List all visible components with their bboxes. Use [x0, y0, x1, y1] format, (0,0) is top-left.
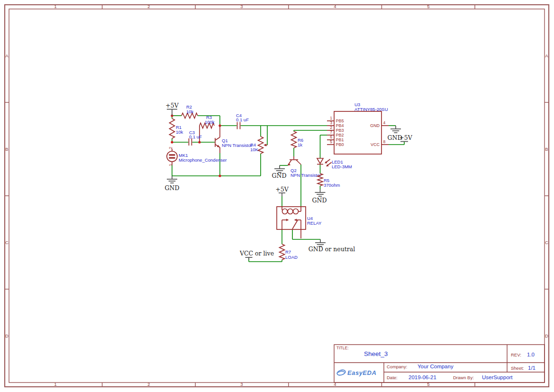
schematic-canvas[interactable]: 1 2 3 4 5 1 2 3 4 5 A B C D A B C D	[0, 0, 554, 392]
frame-col-label: 4	[334, 4, 336, 9]
port-label[interactable]: +5V	[275, 186, 289, 193]
frame-row-label: A	[5, 53, 9, 58]
relay-u4[interactable]: U4 RELAY	[277, 207, 322, 238]
port-vcc-or-live[interactable]: VCC or live	[239, 250, 274, 260]
frame-col-label: 1	[54, 382, 56, 387]
port-5v-u3[interactable]: +5V	[399, 134, 412, 142]
component-value[interactable]: 1k	[298, 142, 302, 147]
port-5v-top-left[interactable]: +5V	[165, 102, 179, 116]
mic-pin-number: 1	[168, 164, 173, 166]
frame-row-label: B	[545, 146, 548, 152]
component-value[interactable]: Microphone_Condenser	[179, 157, 227, 163]
pin-name: PB1	[336, 137, 344, 142]
microphone-mk1[interactable]: 2 1 MK1 Microphone_Condenser	[167, 146, 227, 166]
capacitor-c4[interactable]: C4 0.1 uF	[236, 113, 249, 129]
component-value[interactable]: 0.1 uF	[189, 134, 202, 139]
pin-name: GND	[370, 123, 380, 128]
component-value[interactable]: LOAD	[285, 255, 298, 260]
component-value[interactable]: 10k	[186, 109, 194, 114]
frame-col-label: 3	[240, 382, 243, 387]
component-ref[interactable]: R7	[285, 249, 291, 255]
component-value[interactable]: 100k	[205, 119, 215, 125]
rev-label: REV:	[511, 352, 521, 357]
frame-row-label: B	[5, 146, 8, 152]
resistor-r2[interactable]: R2 10k	[182, 104, 198, 119]
mic-pin-number: 2	[168, 146, 173, 149]
rev-value[interactable]: 1.0	[527, 352, 535, 357]
frame-row-label: A	[545, 53, 548, 58]
component-value[interactable]: RELAY	[307, 220, 322, 226]
frame-col-label: 3	[240, 4, 243, 9]
pin-name: PB3	[336, 128, 344, 133]
sheet-frame: 1 2 3 4 5 1 2 3 4 5 A B C D A B C D	[5, 4, 549, 387]
component-value[interactable]: 10k	[176, 129, 183, 135]
frame-col-label: 1	[54, 4, 56, 9]
pin-name: VCC	[371, 142, 380, 147]
company-value[interactable]: Your Company	[418, 364, 454, 369]
frame-row-label: C	[545, 240, 548, 245]
component-value[interactable]: ATTINY85-20SU	[354, 107, 388, 112]
pin-number: 1	[330, 116, 332, 120]
port-gnd-mic[interactable]: GND	[165, 176, 180, 191]
date-label: Date:	[387, 375, 398, 380]
pin-number: 4	[383, 120, 386, 125]
pin-name: PB2	[336, 133, 344, 137]
ic-u3-attiny85[interactable]: 1 3 2 7 6 5 PB5 PB4 PB3 PB2 PB1 PB0 4 8 …	[327, 102, 389, 154]
port-gnd-r5[interactable]: GND	[312, 189, 327, 204]
component-value[interactable]: 0.1 uF	[236, 117, 249, 122]
pin-number: 8	[383, 139, 386, 144]
component-value[interactable]: NPN Transistor	[222, 143, 252, 148]
sheet-value[interactable]: 1/1	[528, 365, 536, 371]
resistor-r1[interactable]: R1 10k	[170, 119, 183, 138]
drawn-by-label: Drawn By:	[453, 375, 474, 380]
resistor-r6[interactable]: R6 1k	[291, 131, 304, 148]
frame-row-label: C	[5, 240, 9, 245]
sheet-label: Sheet:	[511, 365, 524, 371]
frame-col-label: 2	[147, 4, 150, 9]
date-value[interactable]: 2019-06-21	[409, 374, 436, 380]
port-label[interactable]: GND	[272, 172, 287, 179]
frame-col-label: 2	[147, 382, 150, 387]
port-label[interactable]: VCC or live	[239, 250, 274, 257]
frame-ticks	[5, 5, 549, 387]
easyeda-logo-text: EasyEDA	[347, 369, 376, 376]
transistor-q2[interactable]: Q2 NPN Transistor	[288, 156, 321, 178]
pin-number: 7	[330, 130, 332, 135]
company-label: Company:	[387, 364, 407, 369]
pin-number: 3	[330, 120, 332, 125]
frame-row-label: D	[545, 333, 548, 338]
pin-name: PB5	[336, 119, 344, 123]
potentiometer-r4[interactable]: R4 10K	[250, 137, 267, 154]
pin-name: PB0	[336, 142, 344, 147]
drawn-by-value[interactable]: UserSupport	[482, 374, 513, 380]
easyeda-logo: EasyEDA	[336, 369, 376, 376]
frame-col-label: 5	[427, 4, 429, 9]
component-value[interactable]: 370ohm	[324, 182, 340, 188]
pin-name: PB4	[336, 123, 344, 128]
component-value[interactable]: NPN Transistor	[291, 173, 321, 178]
resistor-r7[interactable]: R7 LOAD	[280, 244, 298, 260]
pin-number: 2	[330, 125, 332, 130]
transistor-q1[interactable]: Q1 NPN Transistor	[215, 126, 252, 153]
pin-number: 5	[330, 139, 332, 144]
component-value[interactable]: 10K	[250, 147, 259, 152]
port-5v-relay[interactable]: +5V	[275, 186, 289, 196]
led-led1[interactable]: LED1 LED-3MM	[317, 158, 352, 169]
frame-row-label: D	[5, 333, 9, 338]
pin-number: 6	[330, 135, 332, 139]
port-label[interactable]: +5V	[165, 102, 179, 109]
port-label[interactable]: GND	[165, 184, 180, 191]
port-gnd-or-neutral[interactable]: GND or neutral	[309, 239, 355, 253]
title-block: TITLE: Sheet_3 REV: 1.0 Company: Your Co…	[334, 345, 545, 383]
sheet-title[interactable]: Sheet_3	[364, 350, 388, 357]
port-gnd-q2[interactable]: GND	[272, 165, 287, 179]
port-label[interactable]: GND	[312, 197, 327, 204]
title-label: TITLE:	[336, 346, 349, 350]
port-label[interactable]: GND or neutral	[309, 246, 355, 253]
port-label[interactable]: +5V	[399, 134, 412, 141]
component-value[interactable]: LED-3MM	[332, 164, 352, 169]
